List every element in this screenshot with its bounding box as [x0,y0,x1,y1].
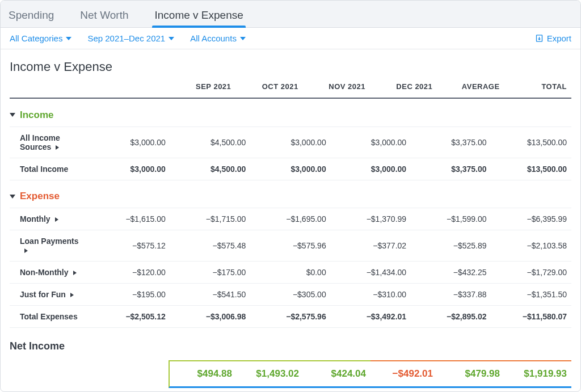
chevron-right-icon [55,217,58,222]
cell: −$377.02 [331,230,411,262]
page-title: Income v Expense [10,49,571,79]
export-label: Export [547,33,571,43]
col-sep: SEP 2021 [169,79,235,98]
row-label[interactable]: Monthly [10,208,90,230]
cell: −$6,395.99 [491,208,571,230]
row-label[interactable]: Just for Fun [10,284,90,306]
table-row[interactable]: Non-Monthly−$120.00−$175.00$0.00−$1,434.… [10,262,571,284]
chevron-right-icon [24,248,28,253]
net-nov: $424.04 [304,361,371,386]
cell: $13,500.00 [491,158,571,180]
expense-section-label: Expense [20,191,60,202]
cell: $13,500.00 [491,127,571,158]
table-row[interactable]: Loan Payments−$575.12−$575.48−$575.96−$3… [10,230,571,262]
net-total: $1,919.93 [504,361,571,386]
filter-accounts[interactable]: All Accounts [190,33,246,43]
tab-spending[interactable]: Spending [6,2,56,27]
filter-daterange[interactable]: Sep 2021–Dec 2021 [87,33,174,43]
cell: −$1,599.00 [411,208,491,230]
filter-categories-label: All Categories [10,33,62,43]
cell: −$3,492.01 [331,306,411,328]
cell: −$1,370.99 [331,208,411,230]
cell: −$11,580.07 [491,306,571,328]
cell: −$195.00 [90,284,170,306]
cell: −$541.50 [170,284,250,306]
cell: −$575.12 [90,230,170,262]
cell: $3,000.00 [90,127,170,158]
cell: $3,000.00 [250,158,330,180]
row-label[interactable]: Loan Payments [10,230,90,262]
net-sep: $494.88 [170,361,237,386]
cell: −$337.88 [411,284,491,306]
cell: −$2,103.58 [491,230,571,262]
filter-categories[interactable]: All Categories [10,33,71,43]
net-income-row: $494.88 $1,493.02 $424.04 −$492.01 $479.… [169,360,571,388]
net-income-label: Net Income [10,328,571,360]
cell: $3,000.00 [90,158,170,180]
net-oct: $1,493.02 [237,361,304,386]
row-label: Total Income [10,158,90,180]
table-row[interactable]: Just for Fun−$195.00−$541.50−$305.00−$31… [10,284,571,306]
table-row[interactable]: All Income Sources$3,000.00$4,500.00$3,0… [10,127,571,158]
cell: −$2,575.96 [250,306,330,328]
cell: $0.00 [250,262,330,284]
cell: −$1,729.00 [491,262,571,284]
chevron-right-icon [70,293,74,297]
col-dec: DEC 2021 [370,79,437,98]
chevron-right-icon [73,271,77,275]
row-label[interactable]: All Income Sources [10,127,90,158]
table-row[interactable]: Monthly−$1,615.00−$1,715.00−$1,695.00−$1… [10,208,571,230]
cell: $3,000.00 [250,127,330,158]
cell: $4,500.00 [170,158,250,180]
cell: $3,375.00 [411,127,491,158]
expense-section-toggle[interactable]: Expense [10,191,60,202]
col-avg: AVERAGE [437,79,504,98]
col-oct: OCT 2021 [235,79,302,98]
chevron-down-icon [240,37,246,40]
column-headers: SEP 2021 OCT 2021 NOV 2021 DEC 2021 AVER… [10,79,571,98]
cell: $3,000.00 [331,127,411,158]
cell: −$432.25 [411,262,491,284]
cell: −$1,351.50 [491,284,571,306]
tab-income-expense[interactable]: Income v Expense [152,2,245,27]
cell: −$3,006.98 [170,306,250,328]
cell: $3,375.00 [411,158,491,180]
cell: −$1,715.00 [170,208,250,230]
export-icon [535,34,544,43]
cell: −$2,505.12 [90,306,170,328]
cell: −$1,695.00 [250,208,330,230]
cell: $4,500.00 [170,127,250,158]
cell: −$2,895.02 [411,306,491,328]
cell: −$1,615.00 [90,208,170,230]
cell: −$575.96 [250,230,330,262]
chevron-down-icon [169,37,174,40]
net-dec: −$492.01 [371,361,437,386]
report-tabs: Spending Net Worth Income v Expense [1,1,580,28]
chevron-down-icon [10,113,15,117]
col-total: TOTAL [504,79,571,98]
chevron-down-icon [66,37,71,40]
row-label: Total Expenses [10,306,90,328]
cell: −$120.00 [90,262,170,284]
cell: −$1,434.00 [331,262,411,284]
net-avg: $479.98 [437,361,504,386]
cell: −$525.89 [411,230,491,262]
col-nov: NOV 2021 [303,79,370,98]
row-label[interactable]: Non-Monthly [10,262,90,284]
tab-networth[interactable]: Net Worth [78,2,130,27]
cell: −$575.48 [170,230,250,262]
table-row: Total Expenses−$2,505.12−$3,006.98−$2,57… [10,306,571,328]
filter-daterange-label: Sep 2021–Dec 2021 [87,33,165,43]
cell: $3,000.00 [331,158,411,180]
cell: −$175.00 [170,262,250,284]
cell: −$305.00 [250,284,330,306]
chevron-down-icon [10,195,15,199]
export-button[interactable]: Export [535,33,571,43]
chevron-right-icon [56,145,59,150]
filter-accounts-label: All Accounts [190,33,237,43]
filter-bar: All Categories Sep 2021–Dec 2021 All Acc… [1,28,580,49]
income-section-toggle[interactable]: Income [10,109,54,121]
income-section-label: Income [20,109,54,121]
table-row: Total Income$3,000.00$4,500.00$3,000.00$… [10,158,571,180]
cell: −$310.00 [331,284,411,306]
